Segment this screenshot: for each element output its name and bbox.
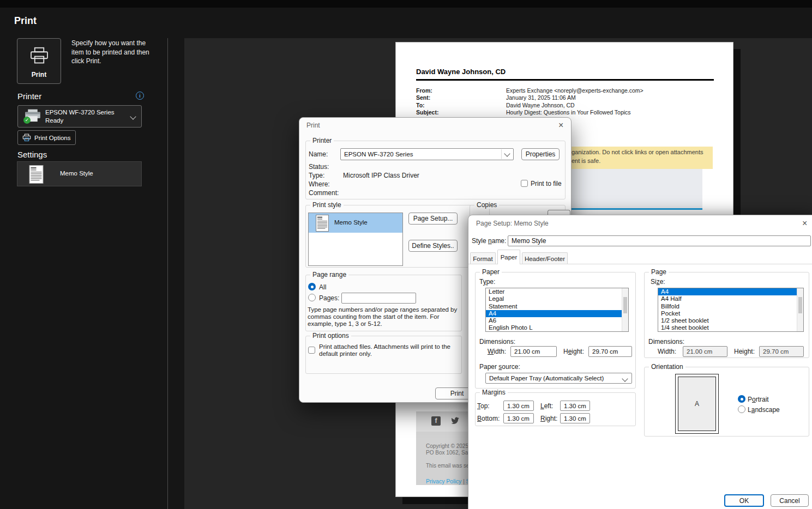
page-height-field: 29.70 cm bbox=[759, 346, 804, 357]
list-item[interactable]: Billfold bbox=[658, 303, 803, 310]
combo-dropdown-button[interactable] bbox=[501, 149, 513, 159]
orientation-group: Orientation bbox=[644, 367, 809, 437]
range-help-3: example, type 1, 3 or 5-12. bbox=[308, 320, 382, 327]
scrollbar-thumb[interactable] bbox=[798, 297, 802, 313]
privacy-policy-link[interactable]: Privacy Policy bbox=[426, 478, 461, 484]
from-value: Experts Exchange <noreply@experts-exchan… bbox=[506, 87, 643, 94]
all-radio[interactable] bbox=[308, 283, 316, 290]
page-size-list[interactable]: A4 A4 Half Billfold Pocket 1/2 sheet boo… bbox=[658, 288, 804, 332]
height-field[interactable]: 29.70 cm bbox=[588, 346, 632, 357]
orientation-preview: A bbox=[675, 374, 719, 434]
scrollbar[interactable] bbox=[797, 288, 803, 331]
paper-source-label: Paper source: bbox=[479, 363, 520, 371]
width-field[interactable]: 21.00 cm bbox=[510, 346, 557, 357]
chevron-down-icon bbox=[622, 375, 628, 381]
close-icon[interactable]: × bbox=[558, 121, 563, 130]
list-item[interactable]: 1/2 sheet booklet bbox=[658, 317, 803, 324]
email-recipient-title: David Wayne Johnson, CD bbox=[416, 68, 506, 76]
list-item-selected[interactable]: A4 bbox=[486, 310, 628, 317]
document-icon bbox=[29, 165, 44, 186]
name-label: Name: bbox=[309, 150, 328, 158]
margin-bottom-label: Bottom: bbox=[477, 415, 500, 422]
sent-value: January 31, 2025 11:06 AM bbox=[506, 94, 576, 101]
page-width-field: 21.00 cm bbox=[683, 346, 727, 357]
type-label: Type: bbox=[309, 172, 324, 179]
print-to-file-checkbox[interactable] bbox=[521, 180, 528, 187]
tab-paper[interactable]: Paper bbox=[497, 250, 520, 264]
printer-select[interactable]: ✓ EPSON WF-3720 Series Ready bbox=[17, 105, 142, 128]
page-title: Print bbox=[14, 15, 37, 27]
print-description: Specify how you want the item to be prin… bbox=[71, 39, 153, 66]
printer-name-combobox[interactable]: EPSON WF-3720 Series bbox=[340, 148, 514, 160]
list-item[interactable]: Letter bbox=[486, 288, 628, 295]
landscape-radio[interactable] bbox=[738, 405, 745, 413]
print-button[interactable]: Print bbox=[17, 38, 61, 84]
print-style-list[interactable]: Memo Style bbox=[308, 213, 403, 266]
footer-copyright-1: Copyright © 2025 E bbox=[426, 443, 473, 449]
list-item[interactable]: Statement bbox=[486, 303, 628, 310]
scrollbar-thumb[interactable] bbox=[623, 297, 627, 313]
footer-copyright-2: PO Box 1062, San bbox=[426, 450, 471, 456]
list-item[interactable]: 1/4 sheet booklet bbox=[658, 324, 803, 331]
subject-label: Subject: bbox=[416, 109, 438, 116]
list-item[interactable]: Pocket bbox=[658, 310, 803, 317]
printer-status: Ready bbox=[45, 117, 63, 124]
margin-left-label: Left: bbox=[540, 402, 553, 410]
page-setup-dialog: Page Setup: Memo Style × Style name: Mem… bbox=[468, 215, 812, 509]
memo-style-row[interactable]: Memo Style bbox=[309, 213, 402, 233]
comment-label: Comment: bbox=[309, 189, 339, 197]
style-name-field[interactable]: Memo Style bbox=[508, 235, 811, 246]
status-label: Status: bbox=[309, 163, 329, 171]
properties-button[interactable]: Properties bbox=[521, 148, 560, 160]
tab-format[interactable]: Format bbox=[470, 252, 496, 264]
portrait-label: Portrait bbox=[748, 396, 769, 403]
pages-label: Pages: bbox=[319, 294, 339, 302]
to-label: To: bbox=[416, 102, 425, 108]
page-setup-button[interactable]: Page Setup... bbox=[408, 213, 458, 225]
print-to-file-label: Print to file bbox=[531, 180, 562, 187]
print-attached-files-checkbox[interactable] bbox=[308, 347, 315, 354]
margin-bottom-field[interactable]: 1.30 cm bbox=[503, 413, 534, 423]
define-styles-button[interactable]: Define Styles.. bbox=[408, 240, 458, 252]
margin-top-field[interactable]: 1.30 cm bbox=[503, 401, 534, 411]
paper-source-select[interactable]: Default Paper Tray (Automatically Select… bbox=[485, 373, 632, 384]
scrollbar[interactable] bbox=[622, 288, 628, 331]
chevron-down-icon bbox=[504, 150, 510, 156]
range-help-1: Type page numbers and/or page ranges sep… bbox=[308, 306, 457, 313]
page-setup-title: Page Setup: Memo Style bbox=[476, 220, 549, 227]
settings-memo-style-item[interactable]: Memo Style bbox=[17, 161, 142, 186]
twitter-icon bbox=[450, 416, 460, 427]
margin-left-field[interactable]: 1.30 cm bbox=[560, 401, 590, 411]
pages-input[interactable] bbox=[341, 293, 416, 304]
ok-button[interactable]: OK bbox=[724, 494, 764, 507]
page-size-label: Size: bbox=[651, 278, 665, 286]
where-label: Where: bbox=[309, 180, 330, 188]
paper-type-list[interactable]: Letter Legal Statement A4 A6 English Pho… bbox=[485, 288, 629, 332]
margin-right-field[interactable]: 1.30 cm bbox=[560, 413, 590, 423]
print-options-button[interactable]: Print Options bbox=[17, 130, 76, 145]
orientation-preview-letter: A bbox=[678, 377, 716, 431]
portrait-radio[interactable] bbox=[738, 395, 745, 403]
memo-rule bbox=[416, 79, 714, 81]
list-item[interactable]: A6 bbox=[486, 317, 628, 324]
range-help-2: commas counting from the start of the it… bbox=[308, 313, 440, 320]
close-icon[interactable]: × bbox=[802, 219, 807, 228]
tab-header-footer[interactable]: Header/Footer bbox=[522, 252, 568, 264]
facebook-icon: f bbox=[431, 416, 441, 426]
list-item[interactable]: A4 Half bbox=[658, 295, 803, 302]
height-label: Height: bbox=[563, 348, 584, 355]
page-width-label: Width: bbox=[658, 348, 676, 355]
list-item[interactable]: English Photo L bbox=[486, 324, 628, 331]
pages-radio[interactable] bbox=[308, 294, 316, 301]
page-height-label: Height: bbox=[734, 348, 755, 355]
cancel-button[interactable]: Cancel bbox=[771, 494, 809, 507]
list-item[interactable]: Legal bbox=[486, 295, 628, 302]
printer-ready-check-icon: ✓ bbox=[23, 117, 31, 124]
sent-label: Sent: bbox=[416, 94, 430, 101]
to-value: David Wayne Johnson, CD bbox=[506, 102, 575, 108]
info-icon[interactable]: i bbox=[136, 92, 144, 100]
settings-heading: Settings bbox=[17, 150, 47, 159]
page-dimensions-label: Dimensions: bbox=[648, 338, 684, 346]
paper-type-label: Type: bbox=[479, 278, 495, 286]
list-item-selected[interactable]: A4 bbox=[658, 288, 803, 295]
